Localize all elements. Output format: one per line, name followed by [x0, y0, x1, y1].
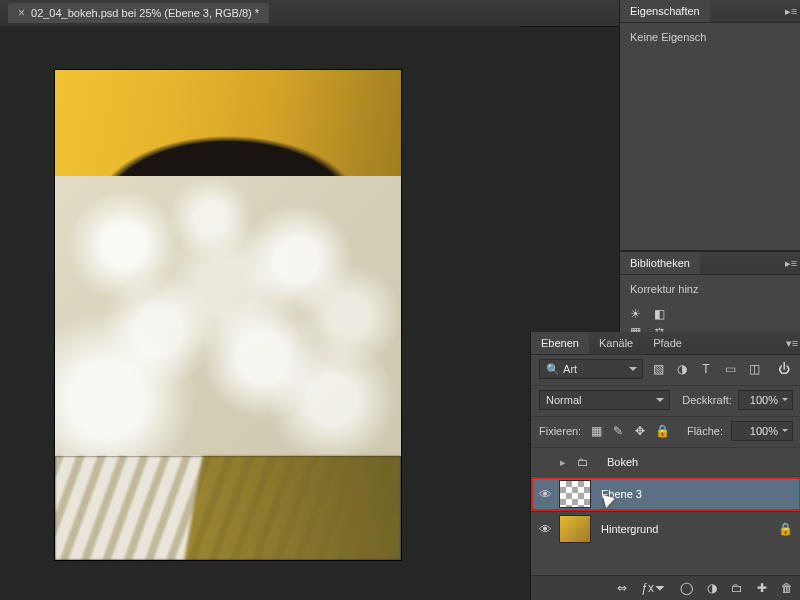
- lock-all-icon[interactable]: 🔒: [655, 424, 669, 438]
- visibility-toggle[interactable]: 👁: [531, 522, 559, 537]
- canvas-content-bottom: [55, 456, 401, 560]
- lock-transparency-icon[interactable]: ▦: [589, 424, 603, 438]
- filter-type-icon[interactable]: T: [697, 360, 715, 378]
- tab-properties[interactable]: Eigenschaften: [620, 0, 710, 22]
- canvas-area: [0, 26, 520, 600]
- tab-layers[interactable]: Ebenen: [531, 332, 589, 354]
- delete-layer-icon[interactable]: 🗑: [781, 581, 793, 595]
- new-layer-icon[interactable]: ✚: [757, 581, 767, 595]
- brightness-icon[interactable]: ☀: [628, 307, 642, 321]
- layer-row-group[interactable]: ▸ 🗀 Bokeh: [531, 447, 800, 476]
- document-canvas[interactable]: [55, 70, 401, 560]
- properties-empty-text: Keine Eigensch: [620, 23, 800, 51]
- lock-row: Fixieren: ▦ ✎ ✥ 🔒 Fläche: 100%: [531, 417, 800, 447]
- lock-pixels-icon[interactable]: ✎: [611, 424, 625, 438]
- filter-adjust-icon[interactable]: ◑: [673, 360, 691, 378]
- search-icon: 🔍: [546, 363, 560, 376]
- lock-label: Fixieren:: [539, 425, 581, 437]
- visibility-toggle[interactable]: 👁: [531, 487, 559, 502]
- lock-icon: 🔒: [778, 522, 800, 536]
- tab-libraries[interactable]: Bibliotheken: [620, 252, 700, 274]
- filter-kind-label: Art: [563, 363, 577, 375]
- layer-name[interactable]: Bokeh: [597, 456, 800, 468]
- tab-paths[interactable]: Pfade: [643, 332, 692, 354]
- filter-smart-icon[interactable]: ◫: [745, 360, 763, 378]
- layers-panel: Ebenen Kanäle Pfade ▾≡ 🔍 Art ▧ ◑ T ▭ ◫ ⏻…: [530, 332, 800, 600]
- close-icon[interactable]: ×: [18, 6, 25, 20]
- panel-flyout-icon[interactable]: ▾≡: [783, 337, 800, 350]
- filter-kind-dropdown[interactable]: 🔍 Art: [539, 359, 643, 379]
- lock-position-icon[interactable]: ✥: [633, 424, 647, 438]
- layer-list: ▸ 🗀 Bokeh 👁 Ebene 3 👁 Hintergrund 🔒: [531, 447, 800, 546]
- filter-pixel-icon[interactable]: ▧: [649, 360, 667, 378]
- document-tab[interactable]: × 02_04_bokeh.psd bei 25% (Ebene 3, RGB/…: [8, 3, 269, 23]
- new-adjustment-icon[interactable]: ◑: [707, 581, 717, 595]
- panel-header: Eigenschaften ▸≡: [620, 0, 800, 23]
- new-group-icon[interactable]: 🗀: [731, 581, 743, 595]
- libraries-label: Korrektur hinz: [620, 275, 800, 303]
- properties-panel: Eigenschaften ▸≡ Keine Eigensch: [619, 0, 800, 250]
- group-expand-icon[interactable]: ▸: [559, 456, 567, 469]
- layer-filter-row: 🔍 Art ▧ ◑ T ▭ ◫ ⏻: [531, 355, 800, 386]
- opacity-field[interactable]: 100%: [738, 390, 793, 410]
- layer-thumbnail[interactable]: [559, 480, 591, 508]
- layer-name[interactable]: Ebene 3: [591, 488, 800, 500]
- folder-icon: 🗀: [567, 449, 597, 475]
- layer-name[interactable]: Hintergrund: [591, 523, 778, 535]
- panel-header: Ebenen Kanäle Pfade ▾≡: [531, 332, 800, 355]
- filter-shape-icon[interactable]: ▭: [721, 360, 739, 378]
- layer-style-icon[interactable]: ƒx⏷: [641, 581, 666, 595]
- levels-icon[interactable]: ◧: [652, 307, 666, 321]
- filter-toggle-icon[interactable]: ⏻: [775, 360, 793, 378]
- layer-thumbnail[interactable]: [559, 515, 591, 543]
- fill-label: Fläche:: [687, 425, 723, 437]
- layer-row-selected[interactable]: 👁 Ebene 3: [531, 476, 800, 511]
- adjustment-icon-row: ☀ ◧: [620, 303, 800, 325]
- libraries-panel: Bibliotheken ▸≡ Korrektur hinz ☀ ◧ ▦ ⚖: [619, 252, 800, 332]
- canvas-content-bokeh: [55, 176, 401, 456]
- opacity-label: Deckkraft:: [682, 394, 732, 406]
- tab-channels[interactable]: Kanäle: [589, 332, 643, 354]
- blend-row: Normal Deckkraft: 100%: [531, 386, 800, 417]
- layers-footer: ⇔ ƒx⏷ ◯ ◑ 🗀 ✚ 🗑: [531, 575, 800, 600]
- fill-field[interactable]: 100%: [731, 421, 793, 441]
- add-mask-icon[interactable]: ◯: [680, 581, 693, 595]
- panel-header: Bibliotheken ▸≡: [620, 252, 800, 275]
- panel-flyout-icon[interactable]: ▸≡: [782, 257, 800, 270]
- link-layers-icon[interactable]: ⇔: [617, 581, 627, 595]
- panel-flyout-icon[interactable]: ▸≡: [782, 5, 800, 18]
- canvas-content-top: [55, 70, 401, 176]
- document-title: 02_04_bokeh.psd bei 25% (Ebene 3, RGB/8)…: [31, 7, 259, 19]
- blend-mode-dropdown[interactable]: Normal: [539, 390, 670, 410]
- layer-row[interactable]: 👁 Hintergrund 🔒: [531, 511, 800, 546]
